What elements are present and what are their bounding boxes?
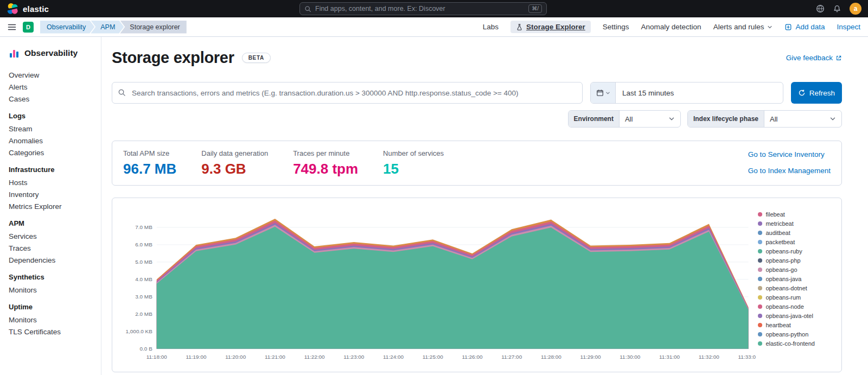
legend-item-opbeans-go[interactable]: opbeans-go xyxy=(758,266,837,273)
legend-item-filebeat[interactable]: filebeat xyxy=(758,211,837,218)
tab-label: Storage Explorer xyxy=(526,23,585,31)
breadcrumb-apm[interactable]: APM xyxy=(91,21,124,34)
sidebar-item-monitors[interactable]: Monitors xyxy=(9,316,92,323)
legend-item-opbeans-java-otel[interactable]: opbeans-java-otel xyxy=(758,313,837,319)
search-icon xyxy=(304,5,311,12)
svg-text:11:27:00: 11:27:00 xyxy=(501,354,522,360)
kql-search-input[interactable] xyxy=(112,82,583,104)
legend-item-opbeans-rum[interactable]: opbeans-rum xyxy=(758,294,837,301)
svg-text:11:23:00: 11:23:00 xyxy=(343,354,364,360)
sidebar-item-stream[interactable]: Stream xyxy=(9,125,92,132)
environment-select[interactable]: All xyxy=(620,111,680,127)
sidebar-item-categories[interactable]: Categories xyxy=(9,149,92,156)
ilm-phase-filter: Index lifecycle phase All xyxy=(687,110,842,128)
sidebar-item-monitors[interactable]: Monitors xyxy=(9,287,92,294)
observability-logo-icon xyxy=(9,48,20,59)
legend-label: heartbeat xyxy=(765,322,790,328)
add-data-label: Add data xyxy=(795,23,825,31)
svg-text:5.0 MB: 5.0 MB xyxy=(135,259,152,265)
svg-text:7.0 MB: 7.0 MB xyxy=(135,224,152,230)
legend-item-metricbeat[interactable]: metricbeat xyxy=(758,220,837,227)
legend-label: opbeans-php xyxy=(765,257,800,264)
breadcrumb-observability[interactable]: Observability xyxy=(40,21,94,34)
sidebar-item-traces[interactable]: Traces xyxy=(9,245,92,252)
kql-search xyxy=(112,82,583,104)
legend-dot xyxy=(758,341,762,346)
user-avatar[interactable]: a xyxy=(850,3,861,15)
legend-dot xyxy=(758,277,762,281)
sidebar-section-heading: Infrastructure xyxy=(9,166,92,174)
legend-item-elastic-co-frontend[interactable]: elastic-co-frontend xyxy=(758,340,837,347)
legend-dot xyxy=(758,323,762,327)
legend-label: opbeans-node xyxy=(765,303,803,310)
time-range-value[interactable]: Last 15 minutes xyxy=(616,82,674,103)
help-icon[interactable] xyxy=(816,4,825,13)
go-to-service-inventory-link[interactable]: Go to Service Inventory xyxy=(748,150,831,158)
sidebar-item-anomalies[interactable]: Anomalies xyxy=(9,137,92,144)
stat-daily-data-generation: Daily data generation 9.3 GB xyxy=(201,149,268,176)
give-feedback-link[interactable]: Give feedback xyxy=(786,54,842,62)
sidebar-item-overview[interactable]: Overview xyxy=(9,72,92,79)
brand-area[interactable]: elastic xyxy=(7,3,49,15)
legend-item-packetbeat[interactable]: packetbeat xyxy=(758,239,837,245)
sidebar-title: Observability xyxy=(24,48,78,58)
global-search-input[interactable] xyxy=(315,5,525,12)
svg-text:11:25:00: 11:25:00 xyxy=(423,354,443,360)
legend-item-opbeans-dotnet[interactable]: opbeans-dotnet xyxy=(758,285,837,291)
menu-icon[interactable] xyxy=(8,23,16,31)
legend-item-opbeans-node[interactable]: opbeans-node xyxy=(758,303,837,310)
stat-value: 749.8 tpm xyxy=(293,162,358,176)
legend-label: elastic-co-frontend xyxy=(765,340,815,347)
global-search[interactable]: ⌘/ xyxy=(299,2,547,15)
tab-anomaly-detection[interactable]: Anomaly detection xyxy=(641,23,701,31)
ilm-select[interactable]: All xyxy=(764,111,841,127)
add-data-button[interactable]: Add data xyxy=(784,23,825,31)
inspect-button[interactable]: Inspect xyxy=(837,23,860,31)
filter-controls: Environment All Index lifecycle phase Al… xyxy=(112,110,842,128)
tab-labs[interactable]: Labs xyxy=(483,23,499,31)
legend-item-opbeans-python[interactable]: opbeans-python xyxy=(758,331,837,338)
app-navbar: D Observability APM Storage explorer Lab… xyxy=(0,17,868,37)
sidebar-section-heading: Synthetics xyxy=(9,273,92,281)
page-title: Storage explorer xyxy=(112,49,234,67)
svg-text:6.0 MB: 6.0 MB xyxy=(135,241,152,247)
stat-label: Daily data generation xyxy=(201,149,268,157)
sidebar-item-metrics-explorer[interactable]: Metrics Explorer xyxy=(9,203,92,210)
sidebar-item-hosts[interactable]: Hosts xyxy=(9,179,92,186)
refresh-button[interactable]: Refresh xyxy=(791,82,842,104)
svg-text:11:26:00: 11:26:00 xyxy=(462,354,482,360)
tab-settings[interactable]: Settings xyxy=(603,23,629,31)
sidebar-item-services[interactable]: Services xyxy=(9,233,92,240)
svg-text:11:22:00: 11:22:00 xyxy=(304,354,325,360)
legend-item-opbeans-java[interactable]: opbeans-java xyxy=(758,276,837,282)
stat-value: 96.7 MB xyxy=(123,162,176,176)
legend-item-heartbeat[interactable]: heartbeat xyxy=(758,322,837,328)
stat-value: 9.3 GB xyxy=(201,162,268,176)
tab-alerts-and-rules[interactable]: Alerts and rules xyxy=(713,23,773,31)
tab-label: Alerts and rules xyxy=(713,23,764,31)
legend-label: opbeans-dotnet xyxy=(765,285,807,291)
stat-traces-per-minute: Traces per minute 749.8 tpm xyxy=(293,149,358,176)
stat-value: 15 xyxy=(383,162,444,176)
legend-item-auditbeat[interactable]: auditbeat xyxy=(758,230,837,236)
go-to-index-management-link[interactable]: Go to Index Management xyxy=(748,167,831,175)
sidebar-item-tls-certificates[interactable]: TLS Certificates xyxy=(9,328,92,335)
query-controls: Last 15 minutes Refresh xyxy=(112,82,842,104)
svg-text:11:19:00: 11:19:00 xyxy=(186,354,206,360)
sidebar-item-cases[interactable]: Cases xyxy=(9,96,92,103)
tab-storage-explorer[interactable]: Storage Explorer xyxy=(510,21,591,33)
date-quick-select-button[interactable] xyxy=(591,82,616,103)
header-actions: a xyxy=(816,3,861,15)
feedback-label: Give feedback xyxy=(786,54,833,62)
sidebar-item-dependencies[interactable]: Dependencies xyxy=(9,257,92,264)
legend-item-opbeans-php[interactable]: opbeans-php xyxy=(758,257,837,264)
notifications-icon[interactable] xyxy=(833,4,841,13)
breadcrumb: Observability APM Storage explorer xyxy=(40,21,187,34)
legend-dot xyxy=(758,221,762,226)
legend-item-opbeans-ruby[interactable]: opbeans-ruby xyxy=(758,248,837,255)
sidebar-item-inventory[interactable]: Inventory xyxy=(9,191,92,198)
stat-label: Traces per minute xyxy=(293,149,358,157)
space-badge[interactable]: D xyxy=(23,22,34,33)
sidebar-item-alerts[interactable]: Alerts xyxy=(9,84,92,91)
storage-timeseries-chart[interactable]: 0.0 B1,000.0 KB2.0 MB3.0 MB4.0 MB5.0 MB6… xyxy=(118,204,756,366)
